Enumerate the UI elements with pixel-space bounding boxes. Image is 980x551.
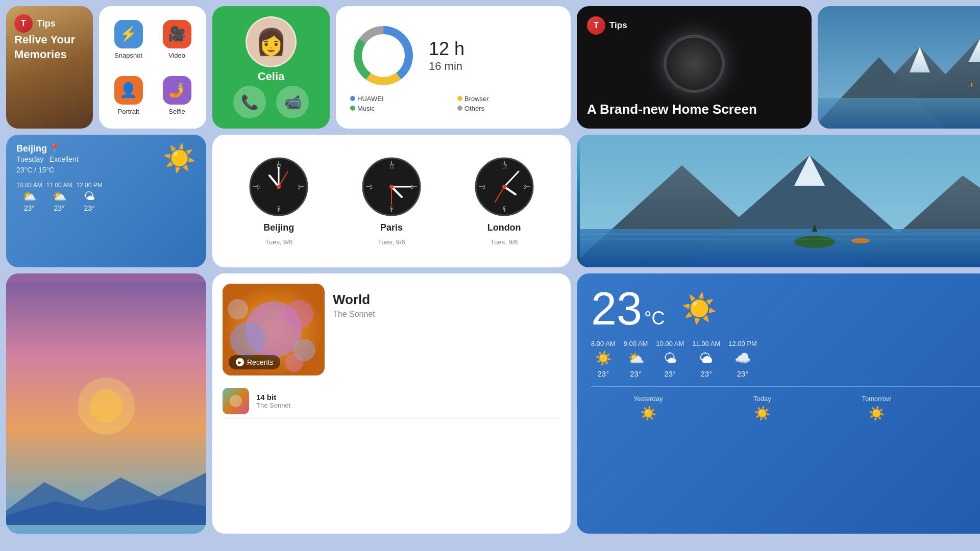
snapshot-label: Snapshot <box>114 52 142 59</box>
wd-thu: Thu ☀️ <box>934 395 980 421</box>
weather-large-temp: 23 <box>591 286 642 332</box>
svg-text:9: 9 <box>482 184 485 190</box>
scenic-lake-card <box>577 135 980 267</box>
video-tool[interactable]: 🎥 Video <box>153 11 201 67</box>
tips-glow-circle <box>664 35 725 93</box>
celia-video-button[interactable]: 📹 <box>276 86 309 118</box>
usage-card: 12 h 16 min HUAWEI Browser Music Others <box>336 6 571 129</box>
usage-time: 12 h 16 min <box>429 38 464 73</box>
recents-button[interactable]: ▶ Recents <box>229 355 280 369</box>
svg-text:12: 12 <box>388 164 395 169</box>
svg-point-28 <box>277 185 281 189</box>
clock-paris: 12 3 6 9 Paris Tues, 9/6 <box>361 156 422 246</box>
clock-london: 12 3 6 9 London Tues, 9/6 <box>474 156 535 246</box>
portrait-icon: 👤 <box>114 76 143 105</box>
tips-label-top: Tips <box>37 18 56 29</box>
svg-text:6: 6 <box>503 206 506 211</box>
svg-text:6: 6 <box>390 206 393 211</box>
music-track-1-artist: The Sonnet <box>256 402 290 409</box>
weather-unit: °C <box>644 308 665 329</box>
music-artist: The Sonnet <box>333 310 375 319</box>
tips-card-right: T Tips A Brand-new Home Screen <box>577 6 812 129</box>
svg-text:9: 9 <box>257 184 260 190</box>
analog-clock-beijing: 12 3 6 9 <box>248 156 309 217</box>
svg-point-41 <box>389 185 394 189</box>
svg-text:9: 9 <box>370 184 373 190</box>
celia-avatar: 👩 <box>246 16 297 67</box>
weather-hours-large: 8.00 AM ☀️ 23° 9.00 AM ⛅ 23° 10.00 AM 🌤 … <box>591 340 980 378</box>
selfie-icon: 🤳 <box>163 76 191 105</box>
portrait-label: Portrait <box>118 108 139 115</box>
weather-left-city: Beijing 📍 <box>16 143 79 154</box>
clock-london-date: Tues, 9/6 <box>491 238 518 246</box>
wd-tomorrow: Tomorrow ☀️ <box>819 395 934 421</box>
play-icon: ▶ <box>236 358 244 366</box>
recents-label: Recents <box>247 358 273 366</box>
clock-paris-label: Paris <box>380 222 403 233</box>
music-track-1[interactable]: 14 bit The Sonnet <box>223 384 560 419</box>
weather-hour-11am: 11.00 AM ⛅ 23° <box>46 182 72 212</box>
wh-11am: 11.00 AM 🌥 23° <box>692 340 720 378</box>
location-pin-icon: 📍 <box>49 143 60 154</box>
celia-call-button[interactable]: 📞 <box>233 86 266 118</box>
wh-12pm: 12.00 PM ☁️ 23° <box>728 340 757 378</box>
lake-svg <box>577 135 980 267</box>
svg-rect-11 <box>818 98 980 129</box>
selfie-label: Selfie <box>168 108 185 115</box>
tips-tagline: Relive YourMemories <box>14 33 85 62</box>
analog-clock-paris: 12 3 6 9 <box>361 156 422 217</box>
weather-hour-12pm: 12.00 PM 🌤 23° <box>76 182 102 212</box>
video-icon: 🎥 <box>163 20 191 48</box>
usage-hours: 12 h <box>429 38 464 60</box>
selfie-tool[interactable]: 🤳 Selfie <box>153 67 201 123</box>
mountain-svg <box>818 6 980 129</box>
music-main-info: World The Sonnet <box>333 284 375 319</box>
celia-name: Celia <box>258 70 285 83</box>
weather-large-card: 23 °C ☀️ Beijing 📍 Tuesday Excellent 23°… <box>577 273 980 534</box>
snapshot-tool[interactable]: ⚡ Snapshot <box>104 11 153 67</box>
celia-card: 👩 Celia 📞 📹 <box>212 6 330 129</box>
video-label: Video <box>168 52 185 59</box>
usage-donut-chart <box>350 22 416 89</box>
svg-point-68 <box>89 389 122 422</box>
scenic-mountain-card <box>818 6 980 129</box>
svg-point-79 <box>230 395 242 407</box>
weather-large-sun-icon: ☀️ <box>681 292 717 325</box>
tips-logo-icon: T <box>14 14 33 33</box>
camera-tools-card: ⚡ Snapshot 🎥 Video 👤 Portrait 🤳 Selfie <box>99 6 206 129</box>
legend-huawei: HUAWEI <box>350 95 449 103</box>
analog-clock-london: 12 3 6 9 <box>474 156 535 217</box>
tips-right-logo: T <box>587 16 605 35</box>
weather-sun-icon: ☀️ <box>163 143 196 174</box>
legend-browser: Browser <box>457 95 556 103</box>
sunset-svg <box>6 273 206 534</box>
music-track-1-art <box>223 388 249 414</box>
weather-days-row: Yesterday ☀️ Today ☀️ Tomorrow ☀️ Thu ☀️… <box>591 386 980 421</box>
music-card: ▶ Recents World The Sonnet <box>212 273 571 534</box>
music-album-art: ▶ Recents <box>223 284 325 375</box>
tips-card-top: T Tips Relive YourMemories <box>6 6 93 129</box>
wd-yesterday: Yesterday ☀️ <box>591 395 705 421</box>
svg-rect-60 <box>580 229 980 267</box>
clock-beijing-label: Beijing <box>263 222 294 233</box>
svg-text:6: 6 <box>278 206 281 211</box>
svg-rect-12 <box>971 83 972 87</box>
clock-london-label: London <box>487 222 521 233</box>
svg-point-77 <box>285 354 303 372</box>
svg-point-76 <box>228 299 248 319</box>
legend-others: Others <box>457 105 556 112</box>
usage-mins: 16 min <box>429 60 464 73</box>
svg-text:3: 3 <box>298 184 301 190</box>
clock-paris-date: Tues, 9/6 <box>378 238 405 246</box>
usage-legend: HUAWEI Browser Music Others <box>350 95 556 112</box>
weather-hour-10am: 10.00 AM ⛅ 23° <box>16 182 42 212</box>
wh-9am: 9.00 AM ⛅ 23° <box>624 340 648 378</box>
wd-today: Today ☀️ <box>705 395 820 421</box>
tips-right-label: Tips <box>609 20 627 31</box>
wh-8am: 8.00 AM ☀️ 23° <box>591 340 616 378</box>
svg-point-61 <box>794 236 835 248</box>
svg-point-54 <box>502 185 506 189</box>
svg-text:3: 3 <box>523 184 526 190</box>
portrait-tool[interactable]: 👤 Portrait <box>104 67 153 123</box>
clocks-card: 12 3 6 9 Beijing Tues, 9/6 <box>212 135 571 267</box>
